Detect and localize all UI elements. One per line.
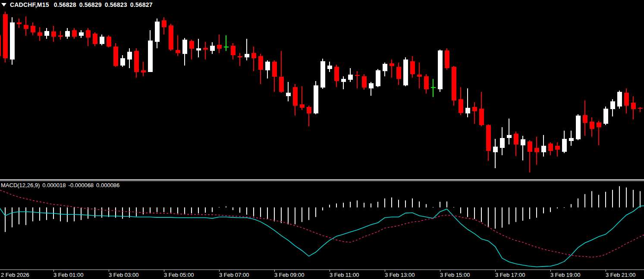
bear-candle [58,35,63,37]
mt4-chart-window: CADCHF,M15 0.56828 0.56829 0.56823 0.568… [0,0,644,279]
macd-histogram-bar [598,195,599,207]
macd-histogram-bar [509,207,509,224]
macd-histogram-bar [288,207,289,224]
macd-histogram-bar [184,207,185,214]
macd-histogram-bar [274,207,275,221]
macd-histogram-bar [481,207,482,222]
bear-candle [396,67,401,79]
bear-candle [452,67,456,100]
indicator-value-histogram: 0.000086 [96,182,119,188]
bear-candle [31,26,35,32]
bear-candle [107,37,111,47]
bull-candle [341,79,346,82]
bull-candle [562,139,567,152]
macd-histogram-bar [350,202,351,207]
bull-candle [348,75,353,80]
bull-candle [603,109,608,124]
time-axis-label: 3 Feb 05:00 [164,272,194,278]
macd-histogram-bar [626,188,627,207]
bull-candle [369,83,374,88]
macd-histogram-bar [163,207,164,212]
macd-histogram-bar [281,207,282,223]
bear-candle [141,70,146,72]
bull-candle [438,50,443,89]
bear-candle [231,46,236,55]
macd-histogram-bar [5,207,6,232]
bear-candle [534,148,539,152]
macd-histogram-bar [336,204,337,207]
bear-candle [417,75,422,77]
macd-histogram-bar [398,200,399,207]
macd-histogram-bar [440,202,440,207]
bull-candle [210,46,215,51]
quote-open: 0.56828 [54,1,76,8]
macd-histogram-bar [308,207,309,220]
time-axis-label: 3 Feb 09:00 [274,272,304,278]
indicator-value-signal: -0.000068 [69,182,94,188]
time-axis-label: 3 Feb 21:00 [606,272,635,278]
bear-candle [162,20,166,27]
candle-wick [253,47,254,71]
bull-candle [120,58,125,66]
price-chart-pane[interactable]: CADCHF,M15 0.56828 0.56829 0.56823 0.568… [0,0,644,179]
bull-candle [100,37,104,44]
macd-histogram-bar [405,201,406,207]
bull-candle [44,31,49,36]
macd-histogram-bar [474,207,475,219]
macd-histogram-bar [143,207,144,214]
bear-candle [410,61,415,74]
signal-line [0,190,644,257]
macd-histogram-bar [322,207,323,210]
macd-histogram-bar [612,190,613,207]
bear-candle [472,107,477,111]
bull-candle [245,54,249,57]
bull-candle [65,31,70,37]
macd-histogram-bar [302,207,302,222]
symbol-marker-icon [1,3,6,6]
macd-histogram-bar [226,207,226,207]
macd-histogram-bar [122,207,123,219]
bear-candle [300,104,305,108]
macd-histogram-bar [522,207,523,221]
bear-candle [17,22,22,24]
bull-candle [265,62,270,70]
bear-candle [93,34,97,44]
bear-candle [134,51,139,72]
macd-histogram-bar [205,207,206,213]
bear-candle [258,56,263,70]
bull-candle [465,108,470,113]
bear-candle [486,125,491,151]
bear-candle [479,109,484,125]
macd-histogram-bar [371,204,371,207]
bear-candle [638,108,643,109]
macd-histogram-bar [536,207,537,218]
macd-histogram-bar [198,207,199,213]
candle-wick [391,60,392,78]
bear-candle [217,45,222,49]
macd-plot [0,182,644,270]
macd-histogram-bar [488,207,489,227]
macd-histogram-bar [260,207,261,217]
macd-histogram-bar [46,207,47,220]
macd-histogram-bar [502,207,503,228]
macd-indicator-pane[interactable]: MACD(12,26,9)0.000018-0.0000680.000086 [0,182,644,270]
indicator-label: MACD(12,26,9)0.000018-0.0000680.000086 [1,182,122,188]
macd-histogram-bar [453,207,454,207]
indicator-value-main: 0.000018 [42,182,66,188]
macd-histogram-bar [212,207,213,212]
time-axis[interactable]: 2 Feb 20263 Feb 01:003 Feb 03:003 Feb 05… [0,270,644,279]
macd-histogram-bar [364,203,364,207]
candle-wick [219,34,220,53]
candle-wick [474,102,475,124]
macd-histogram-bar [150,207,151,213]
macd-histogram-bar [578,198,578,207]
macd-histogram-bar [391,197,392,207]
macd-histogram-bar [246,207,247,215]
bear-candle [176,50,180,53]
bear-candle [251,53,256,58]
bull-candle [569,138,574,141]
macd-histogram-bar [157,207,157,212]
macd-histogram-bar [419,201,420,207]
candle-wick [143,62,144,76]
macd-histogram-bar [25,207,26,225]
